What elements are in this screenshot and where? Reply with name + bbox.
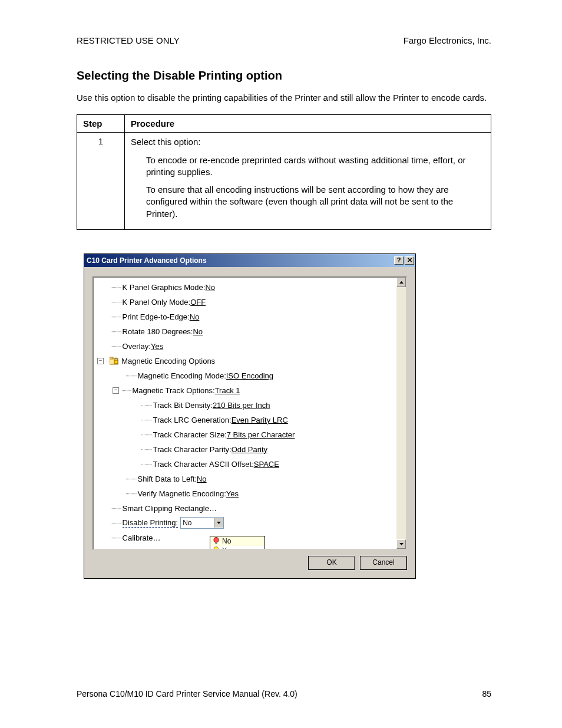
collapse-icon[interactable]: − (113, 387, 119, 394)
tree-item-rotate-180[interactable]: ········· Rotate 180 Degrees: No (97, 324, 394, 339)
bulb-icon (213, 546, 220, 550)
help-button[interactable]: ? (394, 256, 404, 265)
tree-item-track-lrc[interactable]: ········· Track LRC Generation: Even Par… (97, 413, 394, 427)
tree-item-smart-clipping[interactable]: ········· Smart Clipping Rectangle… (97, 501, 394, 516)
dialog-title: C10 Card Printer Advanced Options (87, 256, 394, 265)
tree-item-kpanel-graphics[interactable]: ········· K Panel Graphics Mode: No (97, 280, 394, 295)
tree-item-magnetic-track-options[interactable]: − ········ Magnetic Track Options: Track… (97, 383, 394, 398)
bulb-icon (213, 537, 220, 545)
tree-item-edge-to-edge[interactable]: ········· Print Edge-to-Edge: No (97, 309, 394, 324)
tree: ········· K Panel Graphics Mode: No ····… (97, 280, 394, 545)
proc-p2: To encode or re-encode preprinted cards … (146, 154, 485, 179)
dialog-button-row: OK Cancel (92, 556, 407, 570)
header-right: Fargo Electronics, Inc. (404, 35, 491, 45)
dialog-window: C10 Card Printer Advanced Options ? ✕ ··… (84, 253, 416, 579)
tree-item-track-char-parity[interactable]: ········· Track Character Parity: Odd Pa… (97, 442, 394, 457)
proc-p3: To ensure that all encoding instructions… (146, 184, 485, 220)
scroll-down-button[interactable] (396, 539, 406, 549)
step-number: 1 (77, 133, 125, 230)
disable-printing-value[interactable] (181, 518, 214, 528)
titlebar[interactable]: C10 Card Printer Advanced Options ? ✕ (84, 254, 415, 267)
dropdown-option-yes[interactable]: Yes (210, 546, 265, 550)
page-footer: Persona C10/M10 ID Card Printer Service … (77, 689, 491, 699)
ok-button[interactable]: OK (308, 556, 355, 570)
folder-lock-icon (110, 357, 119, 365)
chevron-down-icon[interactable] (214, 518, 223, 528)
disable-printing-combo[interactable] (180, 517, 224, 529)
tree-item-track-char-size[interactable]: ········· Track Character Size: 7 Bits p… (97, 427, 394, 442)
tree-item-overlay[interactable]: ········· Overlay: Yes (97, 339, 394, 354)
col-step: Step (77, 115, 125, 133)
scroll-track[interactable] (396, 287, 406, 539)
page-title: Selecting the Disable Printing option (77, 69, 491, 83)
tree-item-disable-printing[interactable]: ········· Disable Printing: (97, 516, 394, 531)
dialog-body: ········· K Panel Graphics Mode: No ····… (84, 267, 415, 578)
svg-point-3 (214, 537, 219, 542)
col-procedure: Procedure (125, 115, 491, 133)
tree-item-magnetic-encoding-options[interactable]: − ·· Magnetic Encoding Options (97, 354, 394, 368)
svg-rect-2 (114, 360, 118, 364)
page-number: 85 (482, 689, 491, 699)
collapse-icon[interactable]: − (97, 358, 104, 364)
header-left: RESTRICTED USE ONLY (77, 35, 180, 45)
svg-point-5 (214, 546, 219, 550)
proc-p1: Select this option: (131, 136, 485, 148)
cancel-button[interactable]: Cancel (360, 556, 407, 570)
tree-item-magnetic-encoding-mode[interactable]: ········· Magnetic Encoding Mode: ISO En… (97, 368, 394, 383)
procedure-cell: Select this option: To encode or re-enco… (125, 133, 491, 230)
svg-rect-4 (216, 542, 217, 544)
disable-printing-dropdown[interactable]: No Yes (210, 536, 265, 550)
footer-left: Persona C10/M10 ID Card Printer Service … (77, 689, 297, 699)
tree-panel: ········· K Panel Graphics Mode: No ····… (92, 276, 407, 550)
tree-item-track-ascii-offset[interactable]: ········· Track Character ASCII Offset: … (97, 457, 394, 472)
dropdown-option-no[interactable]: No (210, 536, 265, 546)
vertical-scrollbar[interactable] (396, 278, 406, 549)
page-header: RESTRICTED USE ONLY Fargo Electronics, I… (77, 35, 491, 45)
tree-item-shift-data-left[interactable]: ········· Shift Data to Left: No (97, 472, 394, 486)
scroll-up-button[interactable] (396, 278, 406, 287)
procedure-table: Step Procedure 1 Select this option: To … (77, 114, 491, 230)
tree-item-verify-magnetic[interactable]: ········· Verify Magnetic Encoding: Yes (97, 486, 394, 501)
svg-rect-1 (110, 357, 113, 359)
close-button[interactable]: ✕ (405, 256, 414, 265)
tree-item-kpanel-only[interactable]: ········· K Panel Only Mode: OFF (97, 295, 394, 309)
intro-text: Use this option to disable the printing … (77, 92, 491, 104)
tree-item-track-bit-density[interactable]: ········· Track Bit Density: 210 Bits pe… (97, 398, 394, 413)
